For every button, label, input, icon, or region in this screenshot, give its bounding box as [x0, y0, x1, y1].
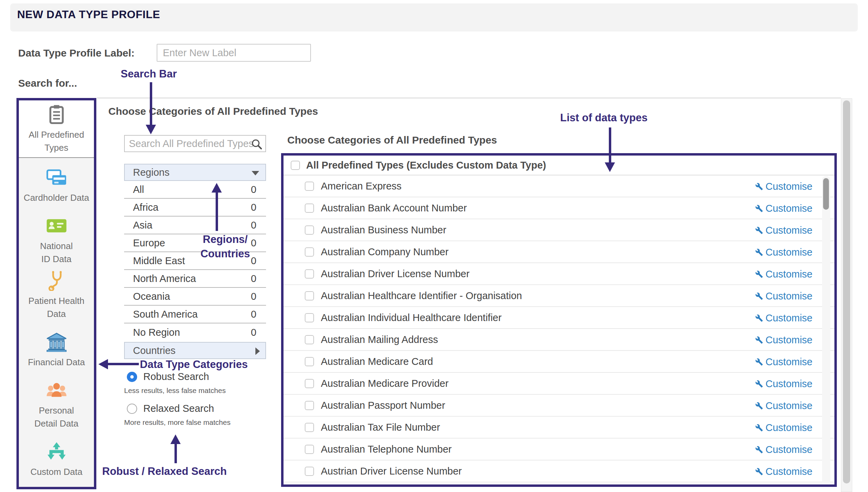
select-all-label: All Predefined Types (Excludes Custom Da… [306, 160, 546, 171]
region-row[interactable]: Oceania 0 [124, 288, 266, 306]
data-type-checkbox[interactable] [305, 291, 314, 300]
data-type-label: Australian Mailing Address [321, 334, 438, 345]
data-type-checkbox[interactable] [305, 423, 314, 432]
robust-search-option[interactable]: Robust Search [127, 371, 209, 382]
list-scrollbar-track[interactable] [822, 176, 830, 484]
region-name: Oceania [133, 291, 170, 302]
customise-link[interactable]: Customise [755, 285, 812, 307]
customise-link[interactable]: Customise [755, 307, 812, 329]
profile-label-input[interactable] [157, 44, 311, 62]
sidebar-item-label: Custom Data [31, 465, 83, 478]
region-name: Asia [133, 220, 152, 231]
data-type-label: Australian Healthcare Identifier - Organ… [321, 290, 522, 302]
data-type-checkbox[interactable] [305, 204, 314, 213]
relaxed-search-option[interactable]: Relaxed Search [127, 403, 214, 414]
customise-link[interactable]: Customise [755, 351, 812, 373]
countries-label: Countries [133, 345, 176, 356]
sidebar-item-financial-data[interactable]: Financial Data [19, 322, 94, 377]
select-all-row: All Predefined Types (Excludes Custom Da… [284, 156, 834, 175]
data-type-checkbox[interactable] [305, 335, 314, 344]
regions-dropdown-label: Regions [133, 167, 169, 178]
data-type-checkbox[interactable] [305, 182, 314, 191]
data-type-row: Australian Passport Number Customise [284, 395, 834, 417]
data-types-panel: All Predefined Types (Excludes Custom Da… [281, 153, 837, 487]
bank-icon [46, 331, 67, 353]
annotation-robust-relaxed-search: Robust / Relaxed Search [102, 465, 227, 478]
sidebar-item-label: Financial Data [28, 356, 85, 369]
customise-link[interactable]: Customise [755, 175, 812, 197]
region-count: 0 [251, 273, 256, 284]
data-type-checkbox[interactable] [305, 247, 314, 257]
sidebar-item-label: Personal Detail Data [34, 404, 79, 430]
customise-link[interactable]: Customise [755, 329, 812, 351]
region-count: 0 [251, 202, 256, 213]
annotation-arrow-up [216, 192, 218, 231]
customise-link[interactable]: Customise [755, 241, 812, 263]
data-type-row: Australian Company Number Customise [284, 241, 834, 263]
relaxed-search-label: Relaxed Search [143, 403, 214, 414]
robust-search-radio[interactable] [127, 372, 137, 382]
region-name: No Region [133, 327, 180, 338]
region-row[interactable]: All 0 [124, 181, 266, 199]
sidebar-item-patient-health-data[interactable]: Patient Health Data [19, 268, 94, 322]
customise-link[interactable]: Customise [755, 439, 812, 460]
customise-link[interactable]: Customise [755, 395, 812, 417]
annotation-arrow-down [150, 82, 152, 125]
wrench-icon [755, 205, 763, 212]
sidebar-item-national-id-data[interactable]: National ID Data [19, 213, 94, 268]
wrench-icon [755, 468, 763, 476]
data-type-label: Australian Individual Healthcare Identif… [321, 312, 502, 323]
customise-link[interactable]: Customise [755, 373, 812, 395]
region-row[interactable]: Asia 0 [124, 217, 266, 234]
sidebar-item-all-predefined-types[interactable]: All Predefined Types [19, 100, 94, 158]
sidebar-item-custom-data[interactable]: Custom Data [19, 432, 94, 487]
data-type-checkbox[interactable] [305, 357, 314, 366]
relaxed-search-radio[interactable] [127, 404, 137, 414]
annotation-data-type-categories: Data Type Categories [140, 358, 248, 371]
customise-link[interactable]: Customise [755, 417, 812, 439]
data-type-label: Australian Tax File Number [321, 422, 440, 433]
sidebar-item-personal-detail-data[interactable]: Personal Detail Data [19, 377, 94, 432]
regions-dropdown[interactable]: Regions [124, 164, 266, 181]
page-scrollbar[interactable] [841, 98, 852, 492]
list-scrollbar-thumb[interactable] [823, 178, 829, 210]
sidebar-item-cardholder-data[interactable]: Cardholder Data [19, 158, 94, 213]
data-type-checkbox[interactable] [305, 269, 314, 279]
wrench-icon [755, 226, 763, 234]
credit-cards-icon [46, 167, 67, 188]
region-name: North America [133, 273, 196, 284]
region-row[interactable]: No Region 0 [124, 323, 266, 341]
select-all-checkbox[interactable] [291, 161, 300, 170]
data-type-checkbox[interactable] [305, 467, 314, 476]
customise-link[interactable]: Customise [755, 197, 812, 219]
region-row[interactable]: South America 0 [124, 306, 266, 323]
predefined-types-search [124, 135, 266, 152]
search-input[interactable] [125, 136, 255, 151]
data-type-list[interactable]: American Express Customise Australian Ba… [284, 175, 834, 484]
countries-menu-item[interactable]: Countries [124, 342, 266, 359]
data-type-row: Australian Driver License Number Customi… [284, 263, 834, 285]
data-type-checkbox[interactable] [305, 445, 314, 454]
customise-link[interactable]: Customise [755, 263, 812, 285]
people-icon [46, 379, 67, 401]
wrench-icon [755, 270, 763, 278]
page-scrollbar-thumb[interactable] [843, 100, 850, 483]
search-icon [251, 138, 263, 150]
data-type-checkbox[interactable] [305, 313, 314, 322]
customise-label: Customise [765, 444, 812, 455]
data-type-row: Australian Medicare Provider Customise [284, 373, 834, 395]
customise-label: Customise [765, 181, 812, 192]
region-row[interactable]: Africa 0 [124, 199, 266, 217]
customise-link[interactable]: Customise [755, 460, 812, 482]
region-row[interactable]: North America 0 [124, 270, 266, 288]
annotation-arrow-left [107, 363, 139, 365]
sidebar-item-label: Patient Health Data [28, 294, 84, 320]
data-type-row: American Express Customise [284, 175, 834, 197]
customise-link[interactable]: Customise [755, 219, 812, 241]
data-type-label: Austrian Driver License Number [321, 466, 462, 477]
data-type-checkbox[interactable] [305, 401, 314, 410]
data-type-checkbox[interactable] [305, 379, 314, 388]
robust-search-description: Less results, less false matches [124, 386, 226, 395]
customise-label: Customise [765, 422, 812, 433]
data-type-checkbox[interactable] [305, 225, 314, 235]
